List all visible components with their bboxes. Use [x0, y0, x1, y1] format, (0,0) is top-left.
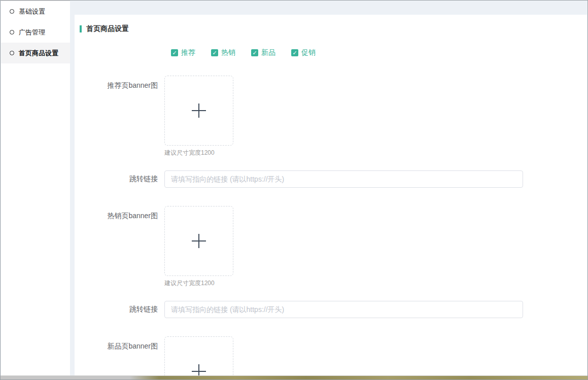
checkbox-new-product[interactable]: 新品 — [251, 48, 275, 57]
form-row-hot-sale-banner: 热销页banner图 建议尺寸宽度1200 — [75, 206, 587, 288]
plus-icon — [192, 103, 206, 118]
checkbox-promotion[interactable]: 促销 — [291, 48, 316, 57]
recommend-banner-upload-button[interactable] — [164, 76, 233, 146]
background-image-sliver — [1, 375, 587, 379]
radio-circle-icon — [10, 51, 14, 55]
recommend-link-input[interactable] — [164, 170, 523, 188]
checkbox-checked-icon[interactable] — [291, 49, 298, 56]
checkbox-label: 热销 — [221, 48, 235, 57]
checkbox-label: 推荐 — [181, 48, 195, 57]
upload-wrap: 建议尺寸宽度1200 — [164, 206, 233, 288]
page-title: 首页商品设置 — [86, 24, 129, 33]
checkbox-recommend[interactable]: 推荐 — [171, 48, 195, 57]
checkbox-checked-icon[interactable] — [211, 49, 218, 56]
form-row-recommend-link: 跳转链接 — [75, 170, 587, 188]
form-row-hot-sale-link: 跳转链接 — [75, 301, 587, 318]
sidebar-item-basic-settings[interactable]: 基础设置 — [1, 1, 70, 22]
sidebar-item-label: 广告管理 — [19, 28, 45, 37]
checkbox-hot-sale[interactable]: 热销 — [211, 48, 235, 57]
sidebar-item-ad-management[interactable]: 广告管理 — [1, 22, 70, 43]
tab-checkbox-row: 推荐 热销 新品 促销 — [171, 48, 587, 57]
form-label: 跳转链接 — [75, 175, 164, 184]
page-title-row: 首页商品设置 — [80, 24, 587, 33]
upload-wrap: 建议尺寸宽度1200 — [164, 76, 233, 157]
settings-sidebar: 基础设置 广告管理 首页商品设置 — [1, 1, 70, 379]
form-label: 推荐页banner图 — [75, 76, 164, 157]
sidebar-item-home-product-settings[interactable]: 首页商品设置 — [1, 43, 70, 63]
hot-sale-link-input[interactable] — [164, 301, 523, 318]
upload-size-hint: 建议尺寸宽度1200 — [164, 149, 233, 157]
radio-circle-icon — [10, 9, 14, 14]
upload-wrap — [164, 336, 233, 379]
form-label: 跳转链接 — [75, 305, 164, 314]
plus-icon — [192, 234, 206, 248]
new-product-banner-upload-button[interactable] — [164, 336, 233, 379]
checkbox-checked-icon[interactable] — [171, 49, 178, 56]
form-label: 新品页banner图 — [75, 336, 164, 379]
checkbox-label: 新品 — [261, 48, 275, 57]
checkbox-checked-icon[interactable] — [251, 49, 258, 56]
form-row-recommend-banner: 推荐页banner图 建议尺寸宽度1200 — [75, 76, 587, 157]
sidebar-item-label: 首页商品设置 — [19, 49, 58, 58]
hot-sale-banner-upload-button[interactable] — [164, 206, 233, 276]
radio-circle-icon — [10, 30, 14, 34]
form-row-new-product-banner: 新品页banner图 — [75, 336, 587, 379]
title-accent-bar — [80, 25, 82, 32]
content-panel: 首页商品设置 推荐 热销 新品 促销 推荐页banner图 — [75, 15, 587, 379]
app-window: 基础设置 广告管理 首页商品设置 首页商品设置 推荐 热销 — [0, 0, 588, 380]
sidebar-item-label: 基础设置 — [19, 7, 45, 16]
checkbox-label: 促销 — [301, 48, 316, 57]
upload-size-hint: 建议尺寸宽度1200 — [164, 279, 233, 288]
form-label: 热销页banner图 — [75, 206, 164, 288]
